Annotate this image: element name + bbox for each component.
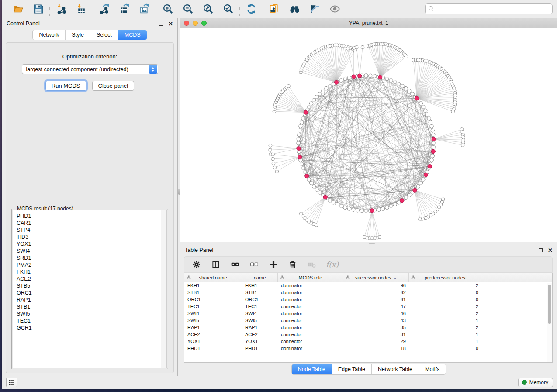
vertical-splitter[interactable] bbox=[177, 18, 180, 376]
mcds-result-scrollbar[interactable] bbox=[161, 210, 166, 368]
hide-selected-icon[interactable] bbox=[308, 3, 321, 15]
tab-mcds[interactable]: MCDS bbox=[118, 30, 147, 40]
mcds-result-item[interactable]: SWI5 bbox=[17, 310, 166, 317]
mcds-result-item[interactable]: TID3 bbox=[17, 234, 166, 241]
mcds-result-item[interactable]: SWI4 bbox=[17, 248, 166, 254]
network-view[interactable] bbox=[180, 28, 557, 242]
table-row[interactable]: TEC1TEC1connector472 bbox=[184, 303, 552, 310]
table-scrollbar-thumb[interactable] bbox=[548, 285, 551, 324]
import-network-icon[interactable] bbox=[55, 3, 67, 15]
delete-icon[interactable] bbox=[287, 259, 298, 270]
column-header-predecessor-nodes[interactable]: predecessor nodes bbox=[409, 273, 481, 282]
table-row[interactable]: FKH1FKH1dominator962 bbox=[184, 282, 552, 289]
table-row[interactable]: ACE2ACE2connector311 bbox=[184, 331, 552, 338]
deselect-all-icon[interactable] bbox=[249, 259, 259, 270]
ring-node bbox=[393, 80, 397, 84]
import-table-icon[interactable] bbox=[75, 3, 87, 15]
mcds-result-list[interactable]: PHD1CAR1STP4TID3YOX1SWI4SRD1PMA2FKH1ACE2… bbox=[13, 210, 167, 368]
save-icon[interactable] bbox=[32, 3, 44, 15]
tab-node-table[interactable]: Node Table bbox=[292, 364, 332, 374]
column-header-successor-nodes[interactable]: successor nodes⌄ bbox=[343, 273, 409, 282]
ring-node bbox=[360, 209, 363, 212]
table-row[interactable]: SWI5SWI5connector431 bbox=[184, 317, 552, 324]
criterion-dropdown[interactable]: largest connected component (undirected) bbox=[22, 64, 158, 74]
table-row[interactable]: RAP1RAP1dominator352 bbox=[184, 324, 552, 331]
run-mcds-button[interactable]: Run MCDS bbox=[45, 81, 86, 91]
table-row[interactable]: SWI4SWI4dominator462 bbox=[184, 310, 552, 317]
mcds-result-item[interactable]: ACE2 bbox=[17, 275, 166, 282]
float-panel-icon[interactable] bbox=[159, 22, 163, 26]
task-history-button[interactable] bbox=[6, 378, 17, 387]
ring-node bbox=[307, 105, 311, 109]
table-cell: FKH1 bbox=[184, 283, 242, 288]
tab-edge-table[interactable]: Edge Table bbox=[332, 364, 372, 374]
mcds-tab-content: Optimization criterion: largest connecte… bbox=[6, 42, 174, 373]
zoom-selected-icon[interactable] bbox=[222, 3, 234, 15]
ring-node bbox=[356, 209, 359, 212]
mcds-result-item[interactable]: YOX1 bbox=[17, 241, 166, 248]
select-all-icon[interactable] bbox=[230, 259, 240, 270]
export-image-icon[interactable] bbox=[138, 3, 151, 15]
add-icon[interactable] bbox=[268, 259, 279, 270]
zoom-in-icon[interactable] bbox=[162, 3, 174, 15]
column-header-shared-name[interactable]: shared name bbox=[184, 273, 242, 282]
table-row[interactable]: YOX1YOX1connector291 bbox=[184, 338, 552, 345]
memory-button[interactable]: Memory bbox=[518, 378, 553, 387]
mcds-result-item[interactable]: RAP1 bbox=[17, 296, 166, 303]
leaf-node bbox=[405, 55, 408, 58]
ring-node bbox=[300, 162, 303, 166]
show-all-icon[interactable] bbox=[329, 3, 341, 15]
mcds-result-item[interactable]: ORC1 bbox=[17, 289, 166, 296]
mcds-result-groupbox: MCDS result (17 nodes) PHD1CAR1STP4TID3Y… bbox=[11, 209, 168, 369]
zoom-out-icon[interactable] bbox=[182, 3, 194, 15]
column-header-MCDS-role[interactable]: MCDS role bbox=[278, 273, 343, 282]
table-row[interactable]: STB1STB1dominator620 bbox=[184, 289, 552, 296]
tab-motifs[interactable]: Motifs bbox=[419, 364, 446, 374]
binoculars-icon[interactable] bbox=[288, 3, 301, 15]
ring-node bbox=[352, 208, 355, 211]
table-cell: SWI4 bbox=[242, 311, 278, 316]
mcds-result-item[interactable]: STB5 bbox=[17, 282, 166, 289]
open-icon[interactable] bbox=[12, 3, 24, 15]
app-window: Control Panel ✕ NetworkStyleSelectMCDS O… bbox=[2, 0, 557, 389]
search-input[interactable] bbox=[425, 3, 553, 14]
ring-node bbox=[301, 166, 305, 170]
mcds-result-item[interactable]: PHD1 bbox=[17, 213, 166, 220]
float-table-panel-icon[interactable] bbox=[539, 248, 543, 252]
table-cell: YOX1 bbox=[184, 339, 242, 344]
table-scrollbar[interactable] bbox=[547, 283, 552, 362]
mcds-result-item[interactable]: CAR1 bbox=[17, 220, 166, 227]
refresh-icon[interactable] bbox=[245, 3, 257, 15]
mcds-result-item[interactable]: STB1 bbox=[17, 303, 166, 310]
mcds-result-item[interactable]: PMA2 bbox=[17, 261, 166, 268]
ring-node bbox=[416, 185, 420, 188]
columns-icon[interactable] bbox=[211, 259, 221, 270]
horizontal-splitter[interactable] bbox=[180, 242, 557, 245]
mcds-result-item[interactable]: FKH1 bbox=[17, 268, 166, 275]
table-cell: 2 bbox=[409, 304, 481, 309]
tab-network-table[interactable]: Network Table bbox=[372, 364, 419, 374]
mcds-result-item[interactable]: SRD1 bbox=[17, 254, 166, 261]
mcds-result-item[interactable]: STP4 bbox=[17, 227, 166, 234]
export-table-icon[interactable] bbox=[118, 3, 131, 15]
tab-style[interactable]: Style bbox=[66, 30, 90, 40]
zoom-fit-icon[interactable] bbox=[202, 3, 214, 15]
table-row[interactable]: PHD1PHD1dominator180 bbox=[184, 345, 552, 352]
close-panel-button[interactable]: Close panel bbox=[92, 81, 135, 91]
table-cell: 62 bbox=[343, 290, 409, 295]
mcds-result-item[interactable]: TEC1 bbox=[17, 317, 166, 324]
tab-select[interactable]: Select bbox=[90, 30, 118, 40]
table-row[interactable]: ORC1ORC1dominator610 bbox=[184, 296, 552, 303]
column-header-name[interactable]: name bbox=[242, 273, 278, 282]
network-graph[interactable] bbox=[180, 28, 557, 242]
ring-node bbox=[427, 117, 431, 120]
mcds-result-item[interactable]: GCR1 bbox=[17, 324, 166, 331]
close-panel-icon[interactable]: ✕ bbox=[168, 21, 173, 27]
network-file-icon[interactable] bbox=[268, 3, 280, 15]
export-network-icon[interactable] bbox=[98, 3, 111, 15]
tab-network[interactable]: Network bbox=[33, 30, 66, 40]
table-cell: dominator bbox=[278, 290, 343, 295]
settings-icon[interactable] bbox=[191, 259, 202, 270]
close-table-panel-icon[interactable]: ✕ bbox=[548, 248, 553, 253]
leaf-node bbox=[271, 153, 275, 156]
